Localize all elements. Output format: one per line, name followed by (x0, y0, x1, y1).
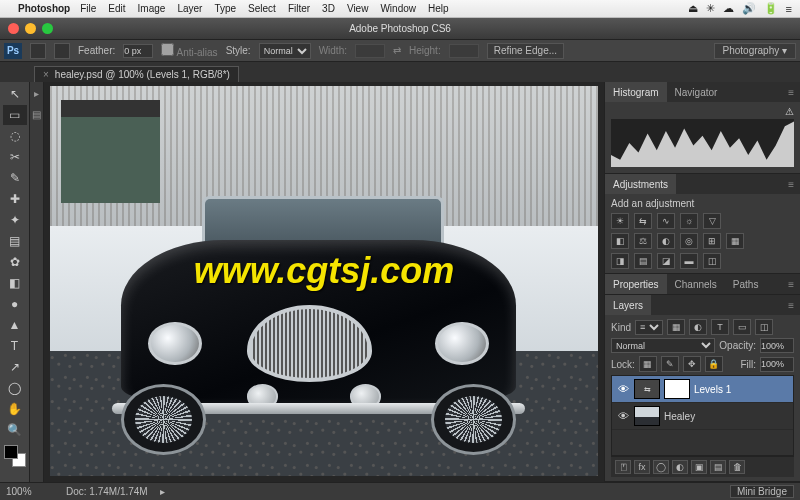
sys-battery-icon[interactable]: 🔋 (764, 2, 778, 15)
tool-hand[interactable]: ✋ (3, 399, 27, 419)
adj-channelmixer-icon[interactable]: ⊞ (703, 233, 721, 249)
adj-vibrance-icon[interactable]: ▽ (703, 213, 721, 229)
tab-close-icon[interactable]: × (43, 69, 49, 80)
menu-edit[interactable]: Edit (108, 3, 125, 14)
delete-layer-icon[interactable]: 🗑 (729, 460, 745, 474)
adj-invert-icon[interactable]: ◨ (611, 253, 629, 269)
tool-type[interactable]: T (3, 336, 27, 356)
layer-visibility-icon[interactable]: 👁 (616, 383, 630, 395)
expand-panels-icon[interactable]: ▸ (34, 88, 39, 99)
ps-logo-icon[interactable]: Ps (4, 43, 22, 59)
document-canvas[interactable]: www.cgtsj.com (50, 86, 598, 476)
lock-pixels-icon[interactable]: ✎ (661, 356, 679, 372)
status-menu-icon[interactable]: ▸ (160, 486, 165, 497)
menu-type[interactable]: Type (214, 3, 236, 14)
menu-image[interactable]: Image (138, 3, 166, 14)
canvas-area[interactable]: www.cgtsj.com (44, 82, 604, 482)
new-layer-icon[interactable]: ▤ (710, 460, 726, 474)
color-swatch[interactable] (4, 445, 26, 467)
sys-sync-icon[interactable]: ✳ (706, 2, 715, 15)
marquee-mode-icon[interactable] (54, 43, 70, 59)
workspace-switcher[interactable]: Photography ▾ (714, 43, 797, 59)
menu-filter[interactable]: Filter (288, 3, 310, 14)
properties-panel-menu-icon[interactable]: ≡ (782, 279, 800, 290)
layer-row[interactable]: 👁 Healey (612, 403, 793, 430)
layer-thumb[interactable] (634, 406, 660, 426)
adj-gradientmap-icon[interactable]: ▬ (680, 253, 698, 269)
layers-kind-select[interactable]: ≡ (635, 320, 663, 335)
blend-mode-select[interactable]: Normal (611, 338, 715, 353)
link-layers-icon[interactable]: ⍞ (615, 460, 631, 474)
tab-layers[interactable]: Layers (605, 295, 651, 315)
tool-pen[interactable]: ▲ (3, 315, 27, 335)
tool-zoom[interactable]: 🔍 (3, 420, 27, 440)
doc-size[interactable]: Doc: 1.74M/1.74M (66, 486, 148, 497)
layer-visibility-icon[interactable]: 👁 (616, 410, 630, 422)
adj-brightness-icon[interactable]: ☀ (611, 213, 629, 229)
adj-posterize-icon[interactable]: ▤ (634, 253, 652, 269)
tool-marquee[interactable]: ▭ (3, 105, 27, 125)
opacity-input[interactable] (760, 338, 794, 353)
histogram-warning-icon[interactable]: ⚠ (785, 106, 794, 117)
layer-fx-icon[interactable]: fx (634, 460, 650, 474)
adj-threshold-icon[interactable]: ◪ (657, 253, 675, 269)
antialias-checkbox[interactable] (161, 43, 174, 56)
tool-crop[interactable]: ✂ (3, 147, 27, 167)
sys-menu-icon[interactable]: ≡ (786, 3, 792, 15)
foreground-color-swatch[interactable] (4, 445, 18, 459)
menu-3d[interactable]: 3D (322, 3, 335, 14)
collapsed-panel-icon[interactable]: ▤ (32, 109, 41, 120)
adj-levels-icon[interactable]: ⇆ (634, 213, 652, 229)
document-tab[interactable]: × healey.psd @ 100% (Levels 1, RGB/8*) (34, 66, 239, 82)
tab-properties[interactable]: Properties (605, 274, 667, 294)
zoom-level[interactable]: 100% (6, 486, 54, 497)
tool-healing[interactable]: ✚ (3, 189, 27, 209)
adjustments-panel-menu-icon[interactable]: ≡ (782, 179, 800, 190)
tool-eyedropper[interactable]: ✎ (3, 168, 27, 188)
adj-bw-icon[interactable]: ◐ (657, 233, 675, 249)
adj-exposure-icon[interactable]: ☼ (680, 213, 698, 229)
sys-cloud-icon[interactable]: ☁ (723, 2, 734, 15)
layer-name[interactable]: Healey (664, 411, 789, 422)
tab-paths[interactable]: Paths (725, 274, 767, 294)
menu-window[interactable]: Window (380, 3, 416, 14)
tab-histogram[interactable]: Histogram (605, 82, 667, 102)
filter-adjust-icon[interactable]: ◐ (689, 319, 707, 335)
sys-eject-icon[interactable]: ⏏ (688, 2, 698, 15)
filter-type-icon[interactable]: T (711, 319, 729, 335)
tool-preset-icon[interactable] (30, 43, 46, 59)
tool-dodge[interactable]: ● (3, 294, 27, 314)
style-select[interactable]: Normal (259, 43, 311, 59)
tool-lasso[interactable]: ◌ (3, 126, 27, 146)
new-adjustment-icon[interactable]: ◐ (672, 460, 688, 474)
menu-help[interactable]: Help (428, 3, 449, 14)
adj-selectivecolor-icon[interactable]: ◫ (703, 253, 721, 269)
layer-mask-thumb[interactable] (664, 379, 690, 399)
layer-adjustment-thumb[interactable]: ⇆ (634, 379, 660, 399)
app-menu[interactable]: Photoshop (18, 3, 70, 14)
menu-view[interactable]: View (347, 3, 369, 14)
adj-photofilter-icon[interactable]: ◎ (680, 233, 698, 249)
adj-hue-icon[interactable]: ◧ (611, 233, 629, 249)
filter-smart-icon[interactable]: ◫ (755, 319, 773, 335)
menu-file[interactable]: File (80, 3, 96, 14)
adj-curves-icon[interactable]: ∿ (657, 213, 675, 229)
tool-path[interactable]: ↗ (3, 357, 27, 377)
lock-position-icon[interactable]: ✥ (683, 356, 701, 372)
add-mask-icon[interactable]: ◯ (653, 460, 669, 474)
tool-shape[interactable]: ◯ (3, 378, 27, 398)
menu-select[interactable]: Select (248, 3, 276, 14)
refine-edge-button[interactable]: Refine Edge... (487, 43, 564, 59)
mini-bridge-button[interactable]: Mini Bridge (730, 485, 794, 498)
adj-colorlookup-icon[interactable]: ▦ (726, 233, 744, 249)
sys-volume-icon[interactable]: 🔊 (742, 2, 756, 15)
histogram-panel-menu-icon[interactable]: ≡ (782, 87, 800, 98)
tool-brush[interactable]: ✦ (3, 210, 27, 230)
tab-adjustments[interactable]: Adjustments (605, 174, 676, 194)
tool-history-brush[interactable]: ✿ (3, 252, 27, 272)
layer-name[interactable]: Levels 1 (694, 384, 789, 395)
new-group-icon[interactable]: ▣ (691, 460, 707, 474)
adj-colorbalance-icon[interactable]: ⚖ (634, 233, 652, 249)
tool-move[interactable]: ↖ (3, 84, 27, 104)
layers-panel-menu-icon[interactable]: ≡ (782, 300, 800, 311)
